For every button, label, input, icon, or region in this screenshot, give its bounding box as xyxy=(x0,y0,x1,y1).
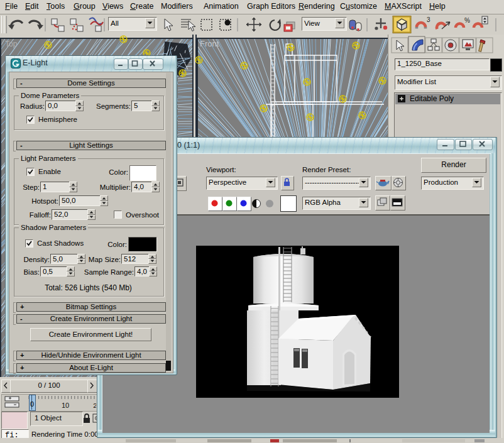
svg-text:10: 10 xyxy=(62,402,69,409)
svg-text:3: 3 xyxy=(427,16,430,23)
svg-text:%: % xyxy=(464,17,470,24)
svg-text:2: 2 xyxy=(93,402,96,410)
